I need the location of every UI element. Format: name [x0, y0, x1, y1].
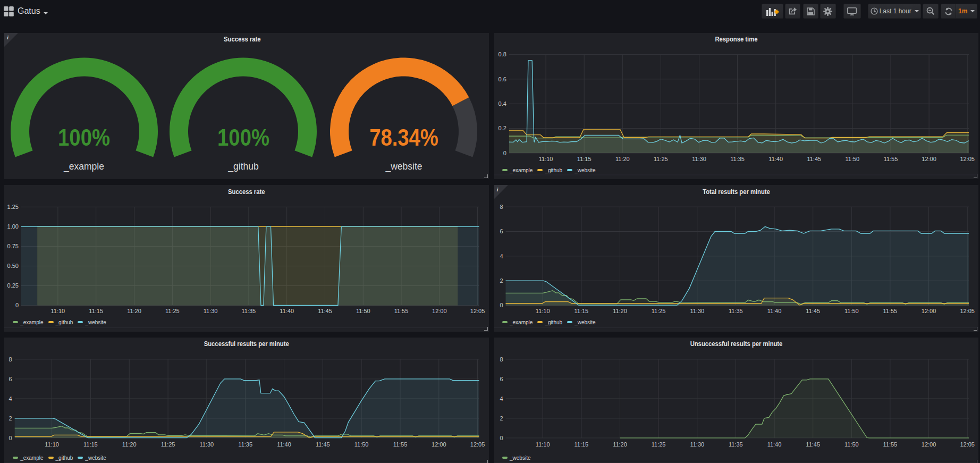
svg-text:11:55: 11:55	[393, 441, 408, 447]
svg-text:11:20: 11:20	[127, 307, 141, 314]
svg-text:4: 4	[500, 395, 503, 401]
svg-text:6: 6	[9, 375, 12, 382]
svg-text:11:45: 11:45	[316, 441, 330, 447]
svg-text:11:20: 11:20	[615, 156, 629, 162]
svg-text:12:05: 12:05	[470, 307, 485, 314]
svg-text:12:00: 12:00	[922, 156, 936, 162]
svg-text:0: 0	[503, 150, 506, 156]
svg-text:6: 6	[500, 228, 503, 234]
svg-text:0.6: 0.6	[498, 76, 506, 82]
svg-text:11:50: 11:50	[844, 307, 858, 314]
svg-text:11:50: 11:50	[354, 441, 369, 447]
svg-text:11:40: 11:40	[767, 441, 781, 447]
svg-text:2: 2	[9, 415, 12, 421]
svg-text:0: 0	[500, 434, 503, 441]
svg-text:2: 2	[500, 415, 503, 421]
svg-text:0: 0	[15, 302, 19, 308]
svg-text:11:20: 11:20	[613, 441, 627, 447]
svg-text:12:05: 12:05	[960, 156, 975, 162]
svg-text:11:50: 11:50	[356, 307, 370, 314]
svg-text:11:35: 11:35	[238, 441, 252, 447]
svg-text:12:00: 12:00	[432, 307, 447, 314]
svg-text:8: 8	[500, 356, 503, 362]
svg-text:11:30: 11:30	[200, 441, 214, 447]
svg-text:11:25: 11:25	[161, 441, 175, 447]
svg-text:0.2: 0.2	[498, 125, 506, 131]
svg-text:0.8: 0.8	[498, 51, 506, 57]
svg-text:11:15: 11:15	[574, 441, 588, 447]
svg-text:11:25: 11:25	[651, 307, 665, 314]
svg-text:11:35: 11:35	[730, 156, 745, 162]
svg-text:11:15: 11:15	[89, 307, 103, 314]
svg-text:11:40: 11:40	[280, 307, 294, 314]
svg-text:11:10: 11:10	[538, 156, 553, 162]
svg-text:11:45: 11:45	[807, 156, 821, 162]
svg-text:1.25: 1.25	[7, 204, 19, 210]
svg-text:11:55: 11:55	[883, 156, 898, 162]
svg-text:11:10: 11:10	[51, 307, 65, 314]
svg-text:4: 4	[9, 395, 12, 401]
svg-text:11:35: 11:35	[242, 307, 256, 314]
svg-text:11:35: 11:35	[729, 307, 743, 314]
svg-text:11:20: 11:20	[613, 307, 627, 314]
svg-text:12:05: 12:05	[470, 441, 485, 447]
svg-text:1.00: 1.00	[7, 223, 19, 230]
svg-text:11:20: 11:20	[122, 441, 137, 447]
svg-text:11:30: 11:30	[690, 441, 704, 447]
svg-text:2: 2	[500, 277, 503, 284]
svg-text:11:45: 11:45	[806, 441, 820, 447]
svg-text:11:45: 11:45	[318, 307, 332, 314]
svg-text:11:15: 11:15	[83, 441, 98, 447]
svg-text:12:00: 12:00	[921, 307, 936, 314]
svg-text:12:05: 12:05	[960, 441, 975, 447]
svg-text:11:55: 11:55	[883, 441, 897, 447]
svg-text:12:00: 12:00	[432, 441, 446, 447]
svg-text:0.4: 0.4	[498, 100, 506, 107]
svg-text:8: 8	[500, 204, 503, 210]
svg-text:11:50: 11:50	[844, 441, 858, 447]
svg-text:12:00: 12:00	[921, 441, 936, 447]
svg-text:11:55: 11:55	[394, 307, 409, 314]
svg-text:11:50: 11:50	[845, 156, 859, 162]
svg-text:11:40: 11:40	[277, 441, 291, 447]
svg-text:11:25: 11:25	[165, 307, 180, 314]
svg-text:8: 8	[9, 356, 12, 362]
svg-text:11:55: 11:55	[883, 307, 897, 314]
svg-text:11:25: 11:25	[654, 156, 668, 162]
svg-text:11:45: 11:45	[806, 307, 820, 314]
svg-text:11:40: 11:40	[767, 307, 781, 314]
svg-text:0: 0	[9, 434, 12, 441]
svg-text:6: 6	[500, 375, 503, 382]
svg-text:11:35: 11:35	[729, 441, 743, 447]
svg-text:11:30: 11:30	[690, 307, 704, 314]
svg-text:11:40: 11:40	[768, 156, 783, 162]
svg-text:11:10: 11:10	[45, 441, 59, 447]
svg-text:11:30: 11:30	[204, 307, 218, 314]
svg-text:0.25: 0.25	[7, 282, 19, 289]
svg-text:11:15: 11:15	[577, 156, 591, 162]
svg-text:0.50: 0.50	[7, 263, 19, 269]
svg-text:11:10: 11:10	[535, 307, 550, 314]
svg-text:4: 4	[500, 252, 503, 259]
svg-text:12:05: 12:05	[960, 307, 975, 314]
svg-text:11:30: 11:30	[692, 156, 706, 162]
svg-text:11:10: 11:10	[535, 441, 550, 447]
svg-text:0.75: 0.75	[7, 243, 19, 249]
svg-text:0: 0	[500, 302, 503, 308]
svg-text:11:15: 11:15	[574, 307, 588, 314]
svg-text:11:25: 11:25	[651, 441, 665, 447]
